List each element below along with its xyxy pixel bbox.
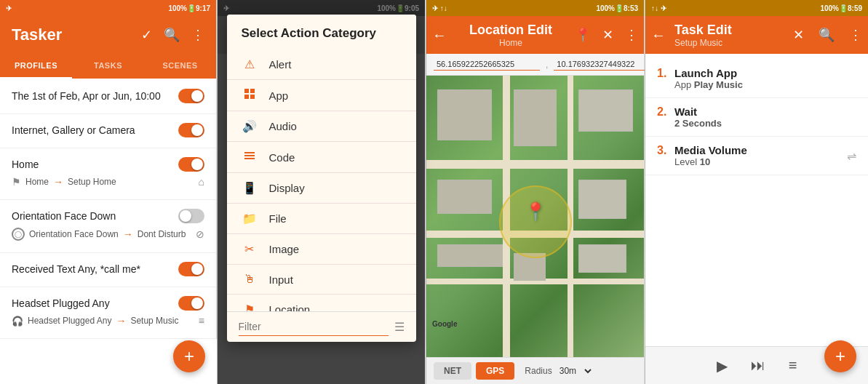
display-icon: 📱 xyxy=(242,181,258,195)
svg-rect-4 xyxy=(244,152,255,153)
category-display[interactable]: 📱 Display xyxy=(227,173,416,204)
more-options-icon[interactable]: ⋮ xyxy=(625,27,638,43)
building1 xyxy=(437,89,492,140)
google-label: Google xyxy=(432,320,457,328)
check-icon[interactable]: ✓ xyxy=(141,27,152,43)
profile-toggle[interactable] xyxy=(178,89,204,103)
profile-item-home[interactable]: Home ⚑ Home → Setup Home ⌂ xyxy=(0,148,216,200)
screen3-title: Location Edit xyxy=(469,23,552,38)
dialog-list: ⚠ Alert App 🔊 Audio xyxy=(227,49,416,311)
svg-rect-1 xyxy=(250,89,255,93)
location-pin-icon[interactable]: 📍 xyxy=(575,27,591,43)
category-app[interactable]: App xyxy=(227,80,416,111)
dialog-title: Select Action Category xyxy=(227,15,416,49)
action-title: Wait xyxy=(674,105,856,118)
category-input[interactable]: 🖱 Input xyxy=(227,265,416,295)
back-button[interactable]: ← xyxy=(651,27,666,44)
search-icon[interactable]: 🔍 xyxy=(164,27,180,43)
building4 xyxy=(437,180,492,213)
home-icon: ⌂ xyxy=(199,176,204,188)
category-file[interactable]: 📁 File xyxy=(227,204,416,234)
title-block: Task Edit Setup Music xyxy=(672,23,787,48)
more-icon[interactable]: ⋮ xyxy=(191,27,204,43)
title-block: Location Edit Home xyxy=(453,23,569,48)
action-category-dialog: Select Action Category ⚠ Alert App 🔊 xyxy=(227,15,416,342)
list-reorder-icon[interactable]: ≡ xyxy=(789,357,797,374)
profile-task: Dont Disturb xyxy=(138,229,186,239)
screen1-battery: 100% xyxy=(168,4,187,12)
close-icon[interactable]: ✕ xyxy=(793,27,804,43)
filter-bar: ☰ xyxy=(227,311,416,342)
action-content: Wait 2 Seconds xyxy=(674,105,856,129)
screen4-battery-icon: 🔋 xyxy=(839,4,848,12)
action-item-media-volume[interactable]: 3. Media Volume Level 10 ⇌ xyxy=(645,137,868,175)
add-profile-fab[interactable]: + xyxy=(173,340,205,372)
screen1-status-left: ✈ xyxy=(6,4,168,12)
play-icon[interactable]: ▶ xyxy=(717,357,728,375)
profile-toggle[interactable] xyxy=(178,262,204,276)
alert-icon: ⚠ xyxy=(242,57,258,71)
more-options-icon[interactable]: ⋮ xyxy=(849,27,862,43)
profile-item[interactable]: Received Text Any, *call me* xyxy=(0,253,216,287)
action-item-wait[interactable]: 2. Wait 2 Seconds xyxy=(645,98,868,137)
profile-item[interactable]: The 1st of Feb, Apr or Jun, 10:00 xyxy=(0,80,216,114)
net-button[interactable]: NET xyxy=(434,362,471,380)
toolbar-icons: ✓ 🔍 ⋮ xyxy=(141,27,204,43)
action-item-launch-app[interactable]: 1. Launch App App Play Music xyxy=(645,60,868,98)
screen3-time: 8:53 xyxy=(624,4,638,12)
profile-condition: Orientation Face Down xyxy=(29,229,119,239)
category-image[interactable]: ✂ Image xyxy=(227,234,416,265)
building2 xyxy=(514,89,557,145)
close-icon[interactable]: ✕ xyxy=(602,27,613,43)
building3 xyxy=(578,89,633,132)
radius-dropdown[interactable]: 30m 50m 100m 200m xyxy=(557,365,594,377)
image-icon: ✂ xyxy=(242,242,258,256)
profile-name: Received Text Any, *call me* xyxy=(12,263,140,275)
building7 xyxy=(578,180,626,219)
headset-icon: 🎧 xyxy=(12,316,23,327)
lat-input[interactable] xyxy=(434,58,540,71)
screen3-toolbar: ← Location Edit Home 📍 ✕ ⋮ xyxy=(426,16,644,54)
category-label: Audio xyxy=(269,120,297,132)
list-icon: ≡ xyxy=(199,315,204,327)
dialog-overlay: Select Action Category ⚠ Alert App 🔊 xyxy=(218,0,425,384)
filter-input[interactable] xyxy=(239,318,389,336)
category-location[interactable]: ⚑ Location xyxy=(227,295,416,311)
action-detail: 2 Seconds xyxy=(674,118,856,129)
skip-icon[interactable]: ⏭ xyxy=(751,357,765,374)
tab-tasks[interactable]: TASKS xyxy=(72,54,144,79)
coord-separator: , xyxy=(546,60,548,70)
back-button[interactable]: ← xyxy=(432,27,447,44)
profile-item[interactable]: Internet, Gallery or Camera xyxy=(0,114,216,148)
filter-icon: ☰ xyxy=(394,320,405,334)
tab-profiles[interactable]: PROFILES xyxy=(0,54,72,79)
category-audio[interactable]: 🔊 Audio xyxy=(227,111,416,142)
category-code[interactable]: Code xyxy=(227,142,416,173)
profile-item-headset[interactable]: Headset Plugged Any 🎧 Headset Plugged An… xyxy=(0,287,216,339)
profile-toggle[interactable] xyxy=(178,123,204,137)
input-icon: 🖱 xyxy=(242,273,258,286)
code-icon xyxy=(242,150,258,164)
add-action-fab[interactable]: + xyxy=(824,340,856,372)
action-number: 2. xyxy=(657,105,674,119)
category-label: Location xyxy=(269,303,311,311)
category-alert[interactable]: ⚠ Alert xyxy=(227,49,416,80)
action-title: Media Volume xyxy=(674,144,847,156)
map-area[interactable]: 📍 Google xyxy=(426,76,644,357)
search-icon[interactable]: 🔍 xyxy=(819,27,835,43)
svg-rect-5 xyxy=(244,155,255,156)
profile-toggle[interactable] xyxy=(178,157,204,172)
swap-icon: ⇌ xyxy=(847,149,856,163)
category-label: Code xyxy=(269,151,295,164)
profile-toggle[interactable] xyxy=(178,296,204,311)
screen3-status-bar: ✈ ↑↓ 100% 🔋 8:53 xyxy=(426,0,644,16)
building8 xyxy=(578,244,626,273)
action-detail: App Play Music xyxy=(674,79,856,90)
profile-item-orientation[interactable]: Orientation Face Down ◯ Orientation Face… xyxy=(0,200,216,253)
profile-name: Headset Plugged Any xyxy=(12,297,110,309)
tab-scenes[interactable]: SCENES xyxy=(144,54,216,79)
screen1-time: 9:17 xyxy=(196,4,210,12)
svg-rect-0 xyxy=(244,89,249,93)
gps-button[interactable]: GPS xyxy=(476,362,514,380)
profile-toggle[interactable] xyxy=(178,209,204,223)
